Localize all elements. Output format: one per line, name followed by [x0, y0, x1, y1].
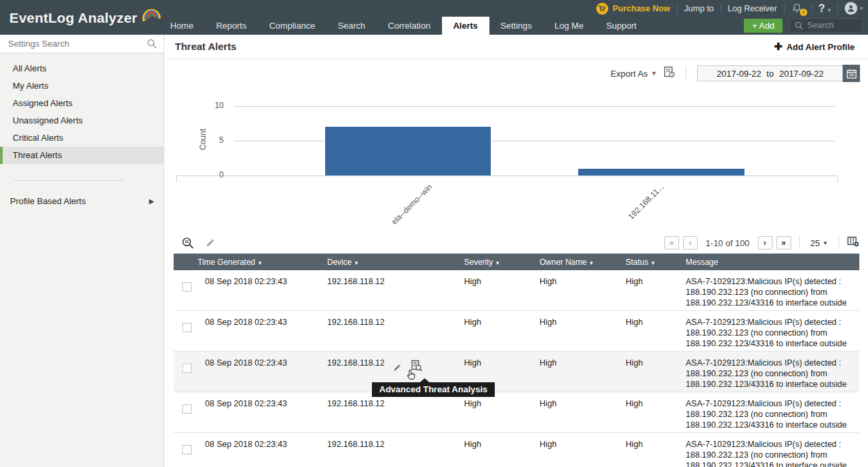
settings-search-input[interactable]: [0, 35, 164, 53]
first-page-button[interactable]: «: [664, 236, 679, 250]
status-cell: High: [626, 352, 686, 391]
log-receiver-link[interactable]: Log Receiver: [728, 4, 777, 13]
chevron-down-icon: ▾: [828, 7, 831, 13]
message-cell: ASA-7-1029123:Malicious IP(s) detected :…: [686, 311, 859, 351]
column-header-owner-name[interactable]: Owner Name▼: [539, 258, 626, 267]
row-checkbox[interactable]: [182, 282, 192, 292]
owner-name-cell: High: [539, 392, 626, 432]
jump-to-link[interactable]: Jump to: [684, 4, 714, 13]
pagination-range: 1-10 of 100: [702, 238, 754, 248]
utility-bar: Purchase Now Jump to Log Receiver ! ? ▾ …: [596, 0, 863, 17]
sidebar-item-my-alerts[interactable]: My Alerts: [0, 77, 164, 95]
column-header-status[interactable]: Status▼: [626, 258, 686, 267]
eventlog-analyzer-app: EventLog Analyzer Purchase Now Jump to L…: [0, 0, 868, 467]
column-chooser-icon[interactable]: [847, 236, 859, 250]
schedule-report-icon[interactable]: [664, 66, 675, 81]
global-search-input[interactable]: Search: [789, 18, 863, 33]
tab-home[interactable]: Home: [159, 17, 205, 35]
separator: [811, 4, 812, 13]
add-alert-profile-button[interactable]: ✚ Add Alert Profile: [774, 41, 855, 53]
status-cell: High: [626, 270, 686, 310]
owner-name-cell: High: [539, 311, 626, 351]
tab-reports[interactable]: Reports: [205, 17, 258, 35]
edit-columns-icon[interactable]: [205, 238, 215, 251]
user-menu[interactable]: ▾: [845, 2, 863, 15]
tab-settings[interactable]: Settings: [489, 17, 544, 35]
last-page-button[interactable]: »: [777, 236, 791, 250]
time-generated-cell: 08 Sep 2018 02:23:43: [198, 352, 327, 391]
tab-log-me[interactable]: Log Me: [544, 17, 595, 35]
sort-caret-icon: ▼: [354, 260, 359, 266]
date-range-text: 2017-09-22 to 2017-09-22: [697, 65, 843, 81]
axis-tick: [837, 175, 838, 182]
avatar: [845, 2, 857, 15]
sidebar-item-assigned-alerts[interactable]: Assigned Alerts: [0, 95, 164, 112]
sidebar-items: All AlertsMy AlertsAssigned AlertsUnassi…: [0, 60, 164, 164]
status-cell: High: [626, 433, 686, 467]
message-cell: ASA-7-1029123:Malicious IP(s) detected :…: [686, 433, 859, 467]
table-row[interactable]: 08 Sep 2018 02:23:43192.168.118.12HighHi…: [174, 392, 859, 433]
search-columns-icon[interactable]: [182, 237, 194, 252]
sidebar-item-critical-alerts[interactable]: Critical Alerts: [0, 129, 164, 147]
row-checkbox[interactable]: [182, 364, 192, 373]
calendar-icon[interactable]: [843, 65, 860, 82]
bar-ela-demo-win[interactable]: [325, 127, 491, 175]
status-cell: High: [626, 311, 686, 351]
row-checkbox[interactable]: [182, 404, 192, 414]
settings-search[interactable]: [0, 35, 164, 53]
table-row[interactable]: 08 Sep 2018 02:23:43192.168.118.12HighHi…: [174, 352, 859, 392]
tab-correlation[interactable]: Correlation: [377, 17, 442, 35]
table-body: 08 Sep 2018 02:23:43192.168.118.12HighHi…: [174, 270, 859, 467]
severity-cell: High: [464, 270, 539, 310]
table-row[interactable]: 08 Sep 2018 02:23:43192.168.118.12HighHi…: [174, 270, 859, 311]
report-controls: Export As ▼ 2017-09-22 to 2017-09-22: [610, 64, 860, 83]
sidebar-item-profile-based-alerts[interactable]: Profile Based Alerts ▶: [0, 193, 164, 210]
plus-icon: ✚: [774, 41, 783, 53]
device-cell: 192.168.118.12: [327, 311, 464, 351]
x-axis-line: [176, 175, 837, 176]
sort-caret-icon: ▼: [495, 260, 500, 266]
tab-compliance[interactable]: Compliance: [258, 17, 327, 35]
chevron-down-icon: ▾: [860, 5, 863, 11]
y-tick-10: 10: [202, 101, 224, 110]
next-page-button[interactable]: ›: [758, 236, 773, 250]
page-header: Threat Alerts ✚ Add Alert Profile: [164, 35, 868, 59]
table-row[interactable]: 08 Sep 2018 02:23:43192.168.118.12HighHi…: [174, 311, 859, 352]
divider: [686, 67, 686, 80]
table-row[interactable]: 08 Sep 2018 02:23:43192.168.118.12HighHi…: [174, 433, 859, 467]
export-as-dropdown[interactable]: Export As ▼: [610, 69, 657, 79]
sidebar-item-threat-alerts[interactable]: Threat Alerts: [0, 147, 164, 164]
column-header-severity[interactable]: Severity▼: [464, 258, 539, 267]
column-header-time-generated[interactable]: Time Generated▼: [198, 258, 327, 267]
separator: [677, 4, 678, 13]
edit-alert-icon[interactable]: [393, 364, 401, 374]
notifications-button[interactable]: !: [791, 3, 805, 15]
nav-bar: HomeReportsComplianceSearchCorrelationAl…: [0, 17, 868, 35]
row-checkbox[interactable]: [182, 323, 192, 332]
tab-support[interactable]: Support: [595, 17, 648, 35]
message-cell: ASA-7-1029123:Malicious IP(s) detected :…: [686, 392, 859, 432]
help-menu[interactable]: ? ▾: [819, 3, 831, 15]
sidebar-item-unassigned-alerts[interactable]: Unassigned Alerts: [0, 112, 164, 129]
page-size-select[interactable]: 25 ▼: [808, 238, 831, 248]
prev-page-button[interactable]: ‹: [683, 236, 698, 250]
purchase-now-link[interactable]: Purchase Now: [596, 3, 670, 15]
add-button[interactable]: + Add: [744, 19, 783, 33]
search-icon[interactable]: [147, 39, 157, 49]
bar-192-168-11-[interactable]: [578, 169, 744, 175]
column-header-device[interactable]: Device▼: [327, 258, 464, 267]
gridline: [234, 106, 835, 107]
tab-alerts[interactable]: Alerts: [442, 17, 489, 35]
tab-search[interactable]: Search: [327, 17, 377, 35]
sidebar-item-all-alerts[interactable]: All Alerts: [0, 60, 164, 77]
y-tick-0: 0: [202, 170, 224, 179]
row-checkbox[interactable]: [182, 445, 192, 454]
date-range-picker[interactable]: 2017-09-22 to 2017-09-22: [697, 65, 860, 82]
sort-caret-icon: ▼: [257, 260, 262, 266]
time-generated-cell: 08 Sep 2018 02:23:43: [198, 392, 327, 432]
pagination: « ‹ 1-10 of 100 › » 25 ▼: [664, 236, 859, 250]
device-cell: 192.168.118.12: [327, 392, 464, 432]
separator: [720, 4, 721, 13]
chevron-down-icon: ▼: [823, 240, 828, 246]
sort-caret-icon: ▼: [650, 260, 656, 266]
